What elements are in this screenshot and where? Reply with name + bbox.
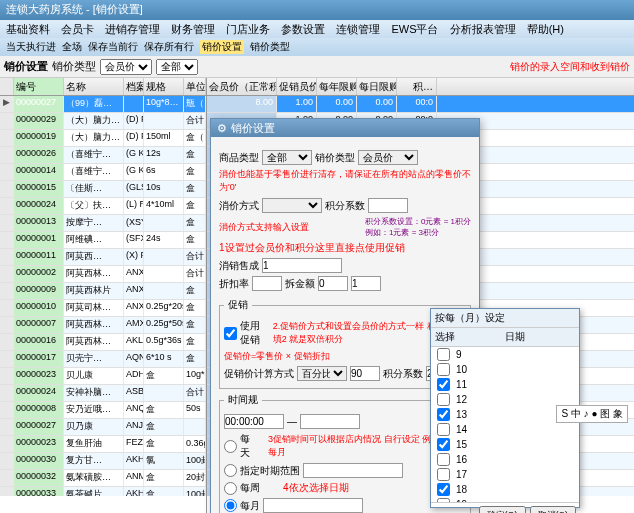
table-row[interactable]: 00000013按摩宁…(XSY Q… 氯…盒 — [0, 215, 206, 232]
date-checkbox[interactable] — [437, 468, 450, 481]
menu-item[interactable]: 参数设置 — [281, 23, 325, 35]
ime-toolbar[interactable]: S 中 ♪ ● 图 象 — [556, 405, 628, 423]
radio-date-range[interactable] — [224, 464, 237, 477]
point-coef-input[interactable] — [368, 198, 408, 213]
sale-gen-input[interactable] — [262, 258, 342, 273]
table-row[interactable]: 00000023贝儿康ADHAL盒10g*8d — [0, 368, 206, 385]
menu-item[interactable]: 分析报表管理 — [450, 23, 516, 35]
table-row[interactable]: 00000019（大）脑力…(D) FUXH]150ml盒（… — [0, 130, 206, 147]
date-checkbox[interactable] — [437, 483, 450, 496]
col-day-limit[interactable]: 每日限购 — [357, 78, 397, 95]
time-input-2[interactable] — [300, 414, 360, 429]
date-item[interactable]: 14 — [431, 422, 579, 437]
promo-calc-label: 促销价计算方式 — [224, 367, 294, 381]
date-checkbox[interactable] — [437, 363, 450, 376]
toolbar-item[interactable]: 保存所有行 — [144, 40, 194, 54]
dialog-title-bar[interactable]: ⚙ 销价设置 — [211, 119, 479, 137]
col-year-limit[interactable]: 每年限购 — [317, 78, 357, 95]
table-row[interactable]: 00000027贝乃康ANJF盒 — [0, 419, 206, 436]
date-item[interactable]: 10 — [431, 362, 579, 377]
filter-type-select[interactable]: 会员价 — [100, 59, 152, 75]
toolbar-item[interactable]: 销价类型 — [250, 40, 290, 54]
date-item[interactable]: 18 — [431, 482, 579, 497]
filter-dept-select[interactable]: 全部 — [156, 59, 198, 75]
date-checkbox[interactable] — [437, 408, 450, 421]
table-row[interactable]: 00000008安乃近哦…ANQYS…盒50s — [0, 402, 206, 419]
menu-item[interactable]: 会员卡 — [61, 23, 94, 35]
col-unit[interactable]: 单位 — [184, 78, 206, 95]
table-row[interactable]: 00000033氨茶碱片AKHPPTZPH盒100封（装） — [0, 487, 206, 496]
grid-body[interactable]: ▶00000027（99）磊…10g*8…瓶（…00000029（大）脑力…(D… — [0, 96, 206, 496]
date-item[interactable]: 9 — [431, 347, 579, 362]
filter-row: 销价设置 销价类型 会员价 全部 销价的录入空间和收到销价 — [0, 56, 634, 78]
col-spec[interactable]: 规格 — [144, 78, 184, 95]
table-row[interactable]: 00000017贝壳宁…AQNSPSP…6*10 s盒 — [0, 351, 206, 368]
table-row[interactable]: 00000026（喜维宁…(G K) FF…12s盒 — [0, 147, 206, 164]
table-row[interactable]: 00000029（大）脑力…(D) FUXH]合计 — [0, 113, 206, 130]
monthly-input[interactable] — [263, 498, 363, 513]
table-row[interactable]: 00000024安神补脑…ASBTING合计 — [0, 385, 206, 402]
table-row[interactable]: 00000023复鱼肝油FEZHTHW盒0.36g（… — [0, 436, 206, 453]
price-type-select[interactable]: 会员价 — [358, 150, 418, 165]
date-checkbox[interactable] — [437, 378, 450, 391]
date-ok-button[interactable]: 确定(O) — [479, 506, 526, 513]
goods-type-select[interactable]: 全部 — [262, 150, 312, 165]
time-input[interactable] — [224, 414, 284, 429]
table-row[interactable]: 00000030复方甘…AKHFTYQ氯100封（装） — [0, 453, 206, 470]
table-row[interactable]: 00000016阿莫西林…AKLJG0.5g*36s盒 — [0, 334, 206, 351]
date-item[interactable]: 16 — [431, 452, 579, 467]
col-promo-price[interactable]: 促销员价 — [277, 78, 317, 95]
toolbar-item-active[interactable]: 销价设置 — [200, 40, 244, 54]
date-item[interactable]: 11 — [431, 377, 579, 392]
table-row[interactable]: 00000002阿莫西林…ANXLJD合计 — [0, 266, 206, 283]
date-item[interactable]: 17 — [431, 467, 579, 482]
date-item[interactable]: 15 — [431, 437, 579, 452]
discount-input[interactable] — [252, 276, 282, 291]
promo-val-input[interactable] — [350, 366, 380, 381]
radio-monthly[interactable] — [224, 499, 237, 512]
price-method-select[interactable] — [262, 198, 322, 213]
date-checkbox[interactable] — [437, 453, 450, 466]
use-promo-checkbox[interactable] — [224, 327, 237, 340]
table-row[interactable]: 00000024〔父〕扶…(L) RID…4*10ml盒 — [0, 198, 206, 215]
date-checkbox[interactable] — [437, 393, 450, 406]
date-checkbox[interactable] — [437, 438, 450, 451]
menu-item[interactable]: 进销存管理 — [105, 23, 160, 35]
toolbar-item[interactable]: 保存当前行 — [88, 40, 138, 54]
toolbar-item[interactable]: 当天执行进 — [6, 40, 56, 54]
table-row[interactable]: 00000032氨苯磺胺…ANMEL盒20封（装） — [0, 470, 206, 487]
table-row[interactable]: 00000010阿莫司林…ANXLJG0.25g*20s盒 — [0, 300, 206, 317]
date-checkbox[interactable] — [437, 348, 450, 361]
table-row[interactable]: 00000007阿莫西林…AMXLTG0.25g*50s盒 — [0, 317, 206, 334]
date-checkbox[interactable] — [437, 423, 450, 436]
price-header: 会员价（正常积分） 促销员价 每年限购 每日限购 积… — [207, 78, 634, 96]
menu-item[interactable]: EWS平台 — [391, 23, 438, 35]
table-row[interactable]: ▶00000027（99）磊…10g*8…瓶（… — [0, 96, 206, 113]
menu-item[interactable]: 财务管理 — [171, 23, 215, 35]
table-row[interactable]: 00000015〔佳斯…(GLS) Z…10s盒 — [0, 181, 206, 198]
menu-item[interactable]: 门店业务 — [226, 23, 270, 35]
table-row[interactable]: 00000014（喜维宁…(G K) FF…6s盒 — [0, 164, 206, 181]
col-member-price[interactable]: 会员价（正常积分） — [207, 78, 277, 95]
col-points[interactable]: 积… — [397, 78, 437, 95]
date-cancel-button[interactable]: 取消(C) — [530, 506, 577, 513]
toolbar-item[interactable]: 全场 — [62, 40, 82, 54]
radio-weekly[interactable] — [224, 482, 237, 495]
date-checkbox[interactable] — [437, 498, 450, 502]
deposit-input3[interactable] — [351, 276, 381, 291]
promo-calc-select[interactable]: 百分比 — [297, 366, 347, 381]
menu-item[interactable]: 基础资料 — [6, 23, 50, 35]
col-file-price[interactable]: 档案价 — [124, 78, 144, 95]
deposit-input2[interactable] — [318, 276, 348, 291]
table-row[interactable]: 00000009阿莫西林片ANXLTP盒 — [0, 283, 206, 300]
menu-item[interactable]: 连锁管理 — [336, 23, 380, 35]
col-code[interactable]: 编号 — [14, 78, 64, 95]
radio-daily[interactable] — [224, 440, 237, 453]
col-name[interactable]: 名称 — [64, 78, 124, 95]
table-row[interactable]: 8.001.000.000.0000:0 — [207, 96, 634, 113]
menu-item[interactable]: 帮助(H) — [527, 23, 564, 35]
table-row[interactable]: 00000011阿莫西…(X) FNDF…合计 — [0, 249, 206, 266]
date-list[interactable]: 91011121314151617181920212223 — [431, 347, 579, 502]
date-range-input[interactable] — [303, 463, 403, 478]
table-row[interactable]: 00000001阿维碘…(SFXV)…24s盒 — [0, 232, 206, 249]
